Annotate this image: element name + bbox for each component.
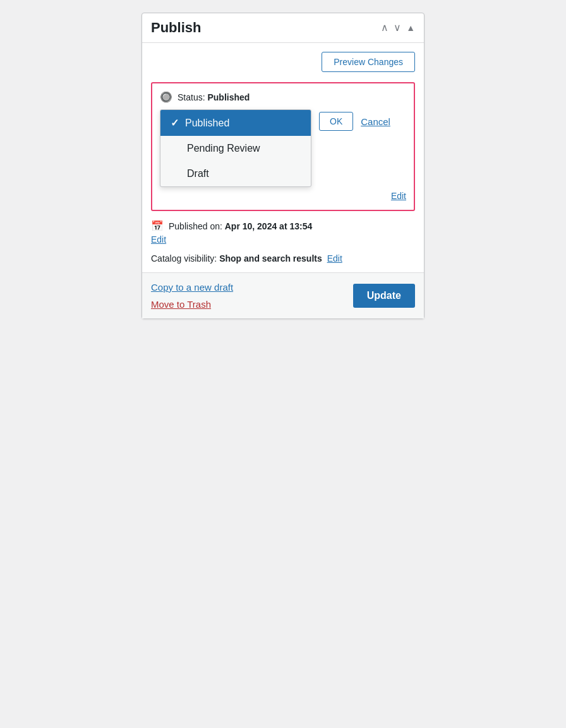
pin-icon: 🔘 bbox=[160, 91, 172, 103]
status-edit-link[interactable]: Edit bbox=[391, 191, 406, 201]
chevron-up-icon[interactable]: ∧ bbox=[381, 23, 388, 33]
option-label-draft: Draft bbox=[187, 168, 209, 179]
copy-draft-link[interactable]: Copy to a new draft bbox=[151, 282, 233, 293]
header-controls: ∧ ∨ ▲ bbox=[381, 23, 415, 33]
status-edit-row: Edit bbox=[160, 191, 406, 201]
published-on-date: Apr 10, 2024 at 13:54 bbox=[225, 221, 313, 231]
publish-panel: Publish ∧ ∨ ▲ Preview Changes 🔘 Status: … bbox=[142, 13, 424, 319]
published-on-row: 📅 Published on: Apr 10, 2024 at 13:54 bbox=[151, 220, 415, 232]
panel-body: Preview Changes 🔘 Status: Published ✓ Pu… bbox=[142, 43, 424, 211]
dropdown-option-pending[interactable]: Pending Review bbox=[160, 136, 311, 161]
catalog-row: Catalog visibility: Shop and search resu… bbox=[151, 253, 415, 272]
status-label: Status: Published bbox=[178, 92, 250, 102]
check-icon: ✓ bbox=[171, 117, 179, 129]
option-label-pending: Pending Review bbox=[187, 143, 260, 154]
ok-cancel-row: OK Cancel bbox=[319, 109, 390, 131]
cancel-button[interactable]: Cancel bbox=[361, 116, 390, 127]
calendar-icon: 📅 bbox=[151, 220, 164, 232]
catalog-value: Shop and search results bbox=[219, 253, 322, 264]
dropdown-option-published[interactable]: ✓ Published bbox=[160, 110, 311, 136]
status-dropdown[interactable]: ✓ Published Pending Review Draft bbox=[160, 109, 311, 187]
move-to-trash-link[interactable]: Move to Trash bbox=[151, 299, 233, 310]
panel-header: Publish ∧ ∨ ▲ bbox=[142, 13, 424, 43]
status-row: 🔘 Status: Published bbox=[160, 91, 406, 103]
dropdown-wrapper: ✓ Published Pending Review Draft bbox=[160, 109, 311, 187]
published-on-prefix: Published on: bbox=[169, 221, 222, 231]
published-on-text: Published on: Apr 10, 2024 at 13:54 bbox=[169, 221, 312, 231]
catalog-edit-link[interactable]: Edit bbox=[327, 253, 342, 264]
preview-row: Preview Changes bbox=[151, 52, 415, 72]
preview-changes-button[interactable]: Preview Changes bbox=[322, 52, 415, 72]
panel-footer: Copy to a new draft Move to Trash Update bbox=[142, 272, 424, 318]
dropdown-option-draft[interactable]: Draft bbox=[160, 161, 311, 186]
published-on-section: 📅 Published on: Apr 10, 2024 at 13:54 Ed… bbox=[142, 211, 424, 272]
triangle-up-icon[interactable]: ▲ bbox=[406, 23, 415, 32]
chevron-down-icon[interactable]: ∨ bbox=[394, 23, 401, 33]
dropdown-ok-row: ✓ Published Pending Review Draft OK Canc… bbox=[160, 109, 406, 187]
footer-left: Copy to a new draft Move to Trash bbox=[151, 282, 233, 310]
update-button[interactable]: Update bbox=[353, 284, 415, 308]
status-prefix: Status: bbox=[178, 92, 205, 102]
status-section: 🔘 Status: Published ✓ Published Pendin bbox=[151, 82, 415, 211]
panel-title: Publish bbox=[151, 20, 201, 36]
status-value: Published bbox=[207, 92, 250, 102]
edit-date-link[interactable]: Edit bbox=[151, 234, 415, 245]
option-label-published: Published bbox=[185, 118, 229, 129]
ok-button[interactable]: OK bbox=[319, 112, 353, 131]
catalog-prefix: Catalog visibility: bbox=[151, 253, 217, 264]
